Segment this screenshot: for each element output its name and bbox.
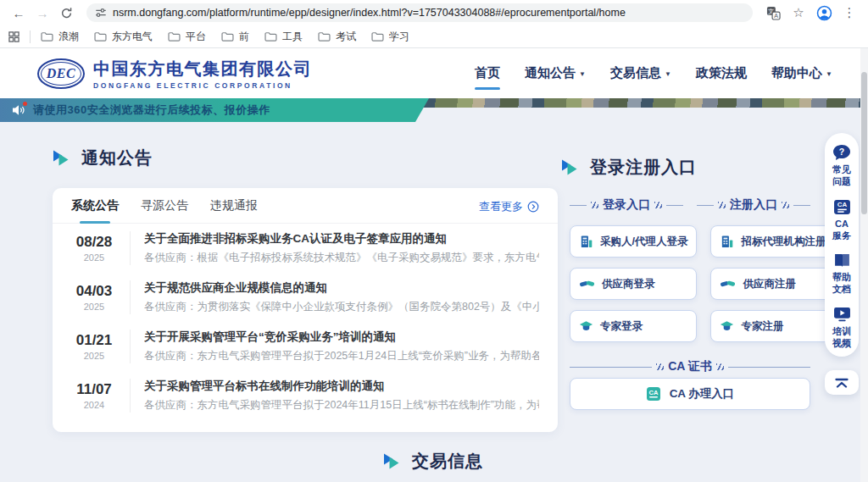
back-icon[interactable]: ← (8, 3, 29, 23)
collapse-icon (834, 378, 849, 388)
notice-date: 08/28 2025 (71, 234, 117, 263)
notice-title: 关于采购管理平台标书在线制作功能培训的通知 (144, 379, 539, 394)
expert-login-button[interactable]: 专家登录 (570, 310, 697, 342)
list-item[interactable]: 11/07 2024 关于采购管理平台标书在线制作功能培训的通知 各供应商：东方… (53, 371, 558, 420)
divider (30, 30, 31, 43)
folder-icon (264, 31, 277, 42)
section-title: 通知公告 (81, 147, 153, 169)
nav-item-policies[interactable]: 政策法规 (696, 60, 747, 86)
ca-badge-icon: CA (646, 386, 661, 402)
company-name-en: DONGFANG ELECTRIC CORPORATION (93, 81, 312, 90)
address-bar[interactable]: nsrm.dongfang.com/platform/runtime/epp/d… (86, 3, 753, 22)
trade-section-header: 交易信息 (383, 450, 483, 473)
notice-desc: 各供应商：东方电气采购管理平台拟于2025年1月24日上线“竞价采购”业务，为帮… (144, 349, 539, 363)
section-arrow-icon (383, 453, 401, 469)
nav-item-help-center[interactable]: 帮助中心 ▼ (771, 60, 832, 86)
section-title: 登录注册入口 (590, 156, 697, 179)
handshake-icon (579, 278, 595, 290)
nav-item-announcements[interactable]: 通知公告 ▼ (525, 60, 586, 86)
browser-toolbar: ← → nsrm.dongfang.com/platform/runtime/e… (0, 0, 868, 25)
ca-apply-button[interactable]: CA CA 办理入口 (570, 378, 810, 410)
organization-icon (579, 235, 593, 249)
login-group-header: 登录入口 (570, 197, 683, 213)
bookmark-folder[interactable]: 平台 (168, 30, 206, 44)
section-arrow-icon (53, 150, 70, 166)
notice-desc: 各供应商：东方电气采购管理平台拟于2024年11月15日上线“标书在线制作”功能… (144, 398, 539, 413)
announcements-section-header: 通知公告 (53, 147, 153, 169)
browser-window: ← → nsrm.dongfang.com/platform/runtime/e… (0, 0, 868, 482)
apps-grid-icon[interactable] (8, 31, 19, 42)
list-item[interactable]: 01/21 2025 关于开展采购管理平台“竞价采购业务”培训的通知 各供应商：… (53, 322, 558, 371)
tab-violation-reports[interactable]: 违规通报 (210, 198, 258, 224)
menu-dots-icon[interactable]: ⋮ (839, 3, 860, 23)
bookmark-folder[interactable]: 东方电气 (94, 30, 153, 44)
forward-icon[interactable]: → (32, 3, 53, 23)
section-title: 交易信息 (412, 450, 483, 473)
folder-icon (318, 31, 331, 42)
list-item[interactable]: 04/03 2025 关于规范供应商企业规模信息的通知 各供应商：为贯彻落实《保… (53, 273, 558, 322)
profile-icon[interactable] (814, 3, 834, 23)
company-name-cn: 中国东方电气集团有限公司 (93, 58, 312, 80)
site-info-icon[interactable] (95, 7, 107, 19)
supplier-register-button[interactable]: 专家登录 供应商注册 (710, 268, 835, 300)
notice-date: 04/03 2025 (71, 283, 117, 312)
chevron-down-icon: ▼ (826, 70, 832, 78)
purchaser-agent-login-button[interactable]: 采购人/代理人登录 (570, 225, 697, 258)
folder-icon (221, 31, 234, 42)
view-more-link[interactable]: 查看更多 (479, 199, 539, 223)
handshake-icon (720, 278, 736, 290)
ca-card-icon: CA (833, 199, 851, 215)
url-text: nsrm.dongfang.com/platform/runtime/epp/d… (113, 7, 626, 19)
ca-service-shortcut[interactable]: CA CA服务 (829, 199, 854, 242)
chevron-down-icon: ▼ (665, 70, 671, 78)
expert-register-button[interactable]: 专家注册 (710, 310, 835, 342)
svg-text:A: A (774, 13, 778, 19)
question-icon: ? (832, 144, 851, 161)
nav-item-trade-info[interactable]: 交易信息 ▼ (610, 60, 671, 86)
company-logo[interactable]: DEC 中国东方电气集团有限公司 DONGFANG ELECTRIC CORPO… (37, 58, 312, 90)
notice-date: 11/07 2024 (71, 381, 117, 410)
tab-sourcing-announcements[interactable]: 寻源公告 (141, 198, 188, 224)
folder-icon (371, 31, 384, 42)
ribbon-text: 请使用360安全浏览器进行后续投标、报价操作 (33, 102, 270, 118)
notice-title: 关于开展采购管理平台“竞价采购业务”培训的通知 (144, 330, 539, 345)
bidding-agency-register-button[interactable]: 招标代理机构注册 (710, 225, 835, 258)
supplier-login-button[interactable]: 供应商登录 (570, 268, 697, 300)
notice-title: 关于规范供应商企业规模信息的通知 (144, 280, 539, 296)
collapse-rail-button[interactable] (825, 370, 859, 395)
faq-shortcut[interactable]: ? 常见问题 (829, 144, 854, 188)
scrollbar-thumb[interactable] (861, 72, 867, 214)
notice-title: 关于全面推进非招标采购业务CA认证及电子签章应用的通知 (144, 231, 539, 247)
reload-icon[interactable] (56, 3, 76, 23)
site-header: DEC 中国东方电气集团有限公司 DONGFANG ELECTRIC CORPO… (0, 48, 868, 98)
bookmark-folder[interactable]: 学习 (371, 30, 409, 44)
training-video-icon (833, 307, 851, 323)
chevron-down-icon: ▼ (579, 70, 586, 78)
svg-text:CA: CA (648, 389, 658, 396)
bookmark-star-icon[interactable]: ☆ (788, 3, 809, 23)
view-more-icon (527, 201, 539, 213)
organization-icon (720, 235, 734, 249)
ca-group-header: CA 证书 (570, 359, 810, 374)
scrollbar[interactable] (860, 48, 868, 482)
login-register-section-header: 登录注册入口 (561, 156, 697, 179)
register-group-header: 注册入口 (697, 197, 810, 213)
notification-dot (23, 102, 27, 106)
translate-icon[interactable]: 文A (763, 3, 783, 23)
section-arrow-icon (561, 159, 579, 175)
help-docs-shortcut[interactable]: 帮助文档 (829, 252, 854, 296)
folder-icon (168, 31, 181, 42)
bookmark-folder[interactable]: 浪潮 (41, 30, 79, 44)
svg-text:CA: CA (837, 201, 847, 208)
main-nav: 首页 通知公告 ▼ 交易信息 ▼ 政策法规 帮助中心 ▼ (475, 48, 832, 98)
bookmark-folder[interactable]: 工具 (264, 30, 303, 44)
tab-system-announcements[interactable]: 系统公告 (71, 198, 119, 224)
bookmark-folder[interactable]: 前 (221, 30, 249, 44)
announcements-card: 系统公告 寻源公告 违规通报 查看更多 08/28 2025 关于全面推进非招标… (53, 188, 558, 432)
list-item[interactable]: 08/28 2025 关于全面推进非招标采购业务CA认证及电子签章应用的通知 各… (53, 224, 558, 273)
bookmark-folder[interactable]: 考试 (318, 30, 356, 44)
folder-icon (41, 31, 53, 42)
quick-access-rail: ? 常见问题 CA CA服务 帮助文档 培训视频 (825, 133, 859, 357)
training-video-shortcut[interactable]: 培训视频 (829, 307, 854, 350)
nav-item-home[interactable]: 首页 (475, 60, 500, 86)
